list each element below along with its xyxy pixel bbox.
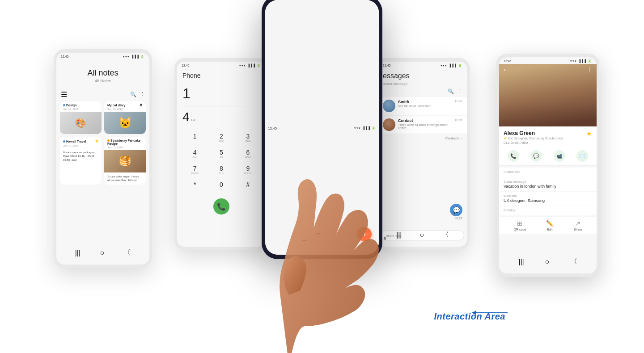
msg-more-icon[interactable]: ⋮ — [458, 88, 462, 94]
interaction-area-arrow — [467, 304, 512, 326]
midright-recents-btn[interactable]: ||| — [396, 231, 402, 239]
message-icon: 💬 — [530, 150, 542, 162]
msg-info-smith: Smith has the most interesting — [398, 100, 452, 108]
action-message[interactable]: 💬 — [530, 150, 542, 162]
midleft-signal: ▾▾▾ ▐▐▐ 🔋 — [239, 64, 261, 67]
call-button[interactable]: 📞 — [213, 198, 229, 214]
cd-role: ★ UX designer, Samsung Electronics — [504, 136, 563, 140]
action-share[interactable]: ↗ Share — [574, 220, 582, 231]
right-bottom-nav: ||| ○ 〈 — [499, 255, 597, 268]
right-signal: ▾▾▾ ▐▐▐ 🔋 — [570, 59, 592, 63]
recents-btn[interactable]: ||| — [75, 249, 80, 257]
edit-icon: ✏️ — [546, 220, 554, 227]
dial-pad: 1 4 GHI 1 2ABC 3DEF 4GHI 5JKL 6MNO 7PQRS… — [177, 83, 266, 217]
midright-home-btn[interactable]: ○ — [419, 231, 424, 239]
dial-key-star[interactable]: * — [182, 179, 207, 193]
left-time: 12:45 — [61, 55, 69, 59]
search-icon[interactable]: 🔍 — [130, 92, 136, 97]
back-icon[interactable]: ‹ — [504, 67, 505, 73]
dial-key-0[interactable]: 0+ — [209, 179, 233, 193]
midright-back-btn[interactable]: 〈 — [442, 230, 449, 240]
right-home-btn[interactable]: ○ — [545, 258, 549, 266]
star-icon: ★ — [95, 139, 98, 143]
contact-actions: 📞 💬 📹 ✉️ — [499, 147, 597, 166]
note-image-design: 🎨 — [60, 112, 102, 134]
midleft-time: 12:45 — [182, 64, 190, 67]
notes-title: All notes — [56, 68, 149, 78]
dial-key-8[interactable]: 8TUV — [209, 163, 233, 177]
favorite-star-icon[interactable]: ★ — [586, 130, 592, 137]
dial-key-7[interactable]: 7PQRS — [182, 163, 207, 177]
action-mail[interactable]: ✉️ — [576, 150, 588, 162]
dial-key-1[interactable]: 1 — [182, 130, 207, 145]
left-phone-notes: 12:45 ▾▾▾ ▐▐▐ 🔋 All notes 48 Notes ☰ 🔍 ⋮… — [54, 49, 152, 268]
midleft-status-bar: 12:45 ▾▾▾ ▐▐▐ 🔋 — [177, 62, 266, 68]
hand-svg — [253, 152, 396, 353]
note-card-design[interactable]: Design Jan 12, 2018 🎨 — [60, 101, 102, 134]
more-icon[interactable]: ⋮ — [140, 92, 145, 97]
left-bottom-nav: ||| ○ 〈 — [56, 246, 149, 259]
dial-digit-1[interactable]: 1 — [182, 85, 191, 102]
dial-key-5[interactable]: 5JKL — [209, 147, 233, 161]
video-icon: 📹 — [554, 150, 565, 162]
center-time: 12:45 — [268, 126, 277, 130]
hamburger-icon[interactable]: ☰ — [61, 90, 67, 99]
cd-phone: 012-3456-7890 — [504, 141, 563, 145]
home-btn[interactable]: ○ — [100, 249, 104, 257]
more-icon-hero[interactable]: ⋮ — [587, 67, 592, 73]
notes-toolbar: ☰ 🔍 ⋮ — [56, 88, 149, 101]
action-video[interactable]: 📹 — [554, 150, 565, 162]
back-btn[interactable]: 〈 — [123, 248, 131, 257]
right-back-btn[interactable]: 〈 — [570, 257, 577, 266]
status-message-section: Status message Vacation in london with f… — [499, 177, 597, 191]
note-card-hawaii[interactable]: Hawaii Travel ★ Jan 12, 2018 Book a vaca… — [60, 137, 102, 185]
mail-icon: ✉️ — [576, 150, 588, 162]
contacts-label: Contacts — [445, 136, 460, 140]
right-time: 12:45 — [504, 59, 512, 63]
role-star-icon: ★ — [504, 136, 507, 140]
action-call[interactable]: 📞 — [508, 150, 519, 162]
hand-image — [253, 152, 396, 353]
dial-key-4[interactable]: 4GHI — [182, 147, 207, 161]
right-phone-contact-detail: 12:45 ▾▾▾ ▐▐▐ 🔋 ‹ ⋮ Alexa Green ★ UX des… — [496, 54, 599, 277]
note-image-food: 🥞 — [104, 150, 146, 172]
shared-info-section: Shared info — [499, 168, 597, 177]
right-recents-btn[interactable]: ||| — [518, 258, 524, 266]
midright-status-bar: 12:45 ▾▾▾ ▐▐▐ 🔋 — [378, 62, 467, 68]
mic-icon: 🎙 — [140, 104, 143, 107]
chat-bubble-icon[interactable]: 💬 09:23 — [450, 204, 462, 220]
action-qr-code[interactable]: ⊞ QR code — [513, 220, 526, 231]
cd-bottom-actions: ⊞ QR code ✏️ Edit ↗ Share — [499, 217, 597, 234]
notes-title-section: All notes 48 Notes — [56, 59, 149, 88]
dial-key-2[interactable]: 2ABC — [209, 130, 233, 145]
dial-key-3[interactable]: 3DEF — [236, 130, 260, 145]
share-icon: ↗ — [575, 220, 580, 227]
msg-item-smith[interactable]: Smith has the most interesting 12:40 — [378, 97, 467, 115]
svg-marker-1 — [472, 311, 476, 315]
dial-digit-4[interactable]: 4 — [182, 110, 190, 124]
action-edit[interactable]: ✏️ Edit — [546, 220, 554, 231]
call-icon: 📞 — [508, 150, 519, 162]
msg-avatar-2 — [383, 118, 395, 131]
msg-avatar-smith — [383, 100, 395, 112]
messages-toolbar: 🔍 ⋮ — [378, 88, 467, 97]
contacts-chevron-icon: › — [461, 136, 462, 140]
msg-info-2: Contact There were all kinds of things a… — [398, 118, 452, 130]
right-status-bar: 12:45 ▾▾▾ ▐▐▐ 🔋 — [499, 57, 597, 64]
midright-time: 12:45 — [383, 64, 391, 67]
midright-signal: ▾▾▾ ▐▐▐ 🔋 — [441, 64, 462, 67]
note-image-cat: 🐱 — [104, 112, 146, 134]
contact-detail-info: Alexa Green ★ UX designer, Samsung Elect… — [499, 126, 597, 147]
msg-item-2[interactable]: Contact There were all kinds of things a… — [378, 116, 467, 134]
messages-title: essages — [378, 68, 467, 82]
birthday-section: Birthday — [499, 206, 597, 215]
notes-count: 48 Notes — [56, 79, 149, 83]
note-card-pancake[interactable]: Strawberry Pancake Recipe Jan 13, 2018 🥞… — [104, 137, 146, 185]
cd-name: Alexa Green — [504, 130, 563, 136]
note-card-cat[interactable]: My cat diary 🎙 Jan 16, 2018 🐱 — [104, 101, 146, 134]
phone-app-title: Phone — [177, 68, 266, 83]
qr-icon: ⊞ — [517, 220, 522, 227]
hero-toolbar: ‹ ⋮ — [499, 67, 597, 73]
msg-search-icon[interactable]: 🔍 — [448, 88, 454, 94]
contacts-row: Contacts › — [378, 134, 467, 142]
